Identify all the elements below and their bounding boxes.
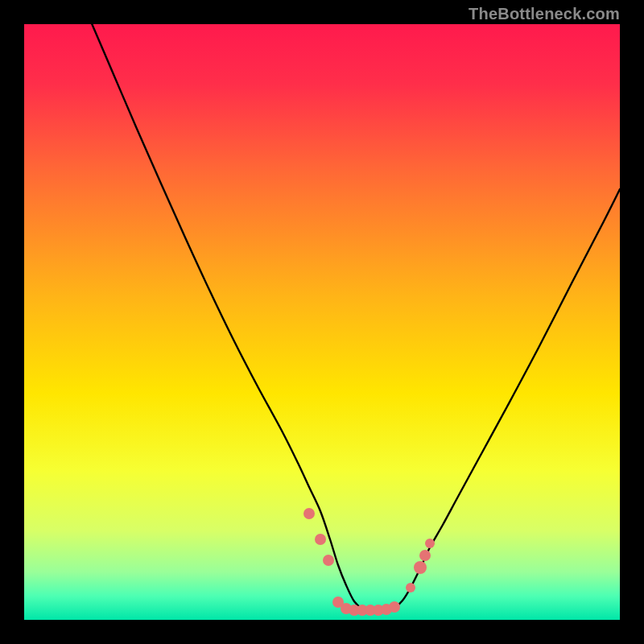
attribution-text: TheBottleneck.com xyxy=(469,5,620,23)
highlight-dot xyxy=(303,508,315,519)
highlight-dots-group xyxy=(303,508,435,616)
highlight-dot xyxy=(414,561,427,574)
highlight-dot xyxy=(389,601,400,613)
highlight-dot xyxy=(323,555,334,566)
curve-layer xyxy=(24,24,620,620)
plot-frame xyxy=(24,24,620,620)
bottleneck-curve xyxy=(89,24,620,610)
highlight-dot xyxy=(315,534,326,545)
highlight-dot xyxy=(419,550,431,561)
highlight-dot xyxy=(406,583,415,592)
highlight-dot xyxy=(425,539,435,548)
